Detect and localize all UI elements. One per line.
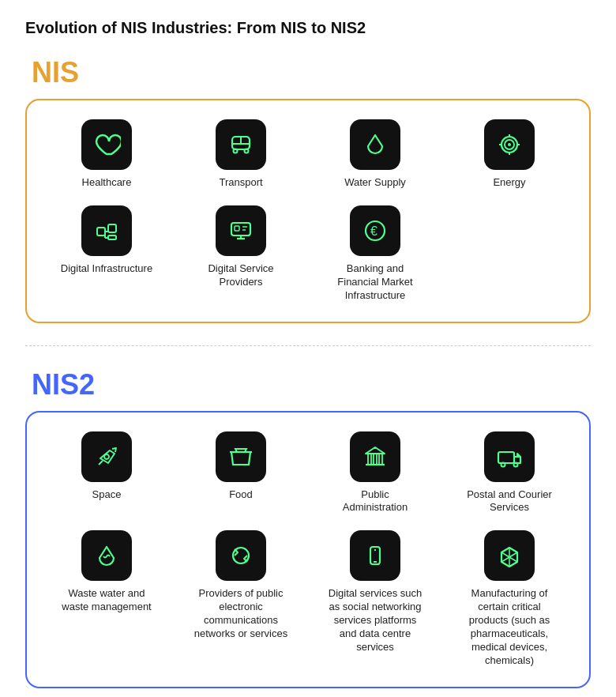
section-divider	[25, 345, 591, 346]
list-item: Space	[43, 431, 171, 515]
healthcare-icon-box	[81, 119, 132, 170]
svg-point-35	[514, 462, 518, 466]
list-item: Energy	[445, 119, 573, 190]
svg-point-1	[234, 149, 238, 153]
list-item: Public Administration	[311, 431, 439, 515]
svg-rect-31	[374, 454, 377, 465]
svg-line-27	[99, 461, 103, 465]
public-admin-icon-box	[350, 431, 400, 482]
energy-label: Energy	[493, 176, 525, 190]
list-item: Digital services such as social networki…	[311, 530, 439, 667]
water-supply-icon-box	[350, 119, 400, 170]
list-item: € Banking and Financial Market Infrastru…	[311, 205, 439, 303]
digital-service-providers-icon	[227, 217, 255, 245]
svg-rect-30	[368, 454, 371, 465]
space-icon	[92, 443, 121, 471]
transport-icon	[227, 130, 255, 159]
svg-rect-12	[97, 228, 105, 235]
list-item: Food	[177, 431, 305, 515]
public-admin-label: Public Administration	[328, 488, 423, 515]
list-item: Water Supply	[311, 119, 439, 190]
waste-water-icon	[92, 541, 121, 570]
digital-services-icon-box	[350, 530, 400, 581]
nis2-grid: Space Food	[43, 431, 573, 668]
list-item: Digital Service Providers	[177, 205, 305, 303]
digital-services-icon	[361, 541, 389, 570]
list-item: Healthcare	[43, 119, 171, 190]
nis-grid: Healthcare Transport	[43, 119, 573, 303]
waste-water-label: Waste water and waste management	[59, 587, 154, 614]
list-item: Manufacturing of certain critical produc…	[445, 530, 573, 667]
food-icon	[227, 443, 255, 471]
postal-icon-box	[484, 431, 535, 482]
banking-icon: €	[361, 217, 389, 245]
nis2-label: NIS2	[32, 368, 591, 401]
communications-icon-box	[216, 530, 266, 581]
postal-icon	[495, 443, 524, 471]
list-item: Digital Infrastructure	[43, 205, 171, 303]
manufacturing-icon	[495, 541, 524, 570]
svg-point-34	[501, 462, 505, 466]
nis2-box: Space Food	[25, 411, 591, 688]
page-title: Evolution of NIS Industries: From NIS to…	[25, 19, 591, 37]
svg-text:€: €	[370, 224, 377, 238]
svg-rect-21	[235, 226, 239, 231]
digital-service-providers-icon-box	[216, 205, 266, 256]
svg-rect-14	[108, 235, 116, 239]
food-label: Food	[229, 488, 253, 502]
digital-infrastructure-icon	[92, 217, 121, 245]
list-item: Postal and Courier Services	[445, 431, 573, 515]
transport-icon-box	[216, 119, 266, 170]
svg-rect-13	[108, 224, 116, 232]
water-supply-icon	[361, 130, 389, 159]
space-label: Space	[92, 488, 122, 502]
healthcare-icon	[92, 130, 121, 159]
public-admin-icon	[361, 443, 389, 471]
digital-services-label: Digital services such as social networki…	[328, 587, 423, 654]
list-item: Waste water and waste management	[43, 530, 171, 667]
digital-infrastructure-icon-box	[81, 205, 132, 256]
transport-label: Transport	[219, 176, 262, 190]
svg-point-7	[508, 143, 511, 146]
manufacturing-icon-box	[484, 530, 535, 581]
digital-infrastructure-label: Digital Infrastructure	[61, 262, 152, 276]
communications-label: Providers of public electronic communica…	[193, 587, 288, 641]
svg-point-26	[104, 454, 109, 459]
list-item: Providers of public electronic communica…	[177, 530, 305, 667]
space-icon-box	[81, 431, 132, 482]
nis-section: NIS Healthcare	[25, 56, 591, 323]
svg-rect-32	[379, 454, 382, 465]
list-item: Transport	[177, 119, 305, 190]
energy-icon-box	[484, 119, 535, 170]
communications-icon	[227, 541, 255, 570]
healthcare-label: Healthcare	[82, 176, 132, 190]
manufacturing-label: Manufacturing of certain critical produc…	[462, 587, 557, 667]
food-icon-box	[216, 431, 266, 482]
nis-box: Healthcare Transport	[25, 99, 591, 323]
banking-label: Banking and Financial Market Infrastruct…	[328, 262, 423, 303]
svg-point-2	[245, 149, 249, 153]
svg-rect-33	[498, 452, 514, 463]
nis-label: NIS	[32, 56, 591, 89]
nis2-section: NIS2 Space	[25, 368, 591, 688]
water-supply-label: Water Supply	[344, 176, 406, 190]
waste-water-icon-box	[81, 530, 132, 581]
banking-icon-box: €	[350, 205, 400, 256]
digital-service-providers-label: Digital Service Providers	[193, 262, 288, 289]
postal-label: Postal and Courier Services	[462, 488, 557, 515]
energy-icon	[495, 130, 524, 159]
